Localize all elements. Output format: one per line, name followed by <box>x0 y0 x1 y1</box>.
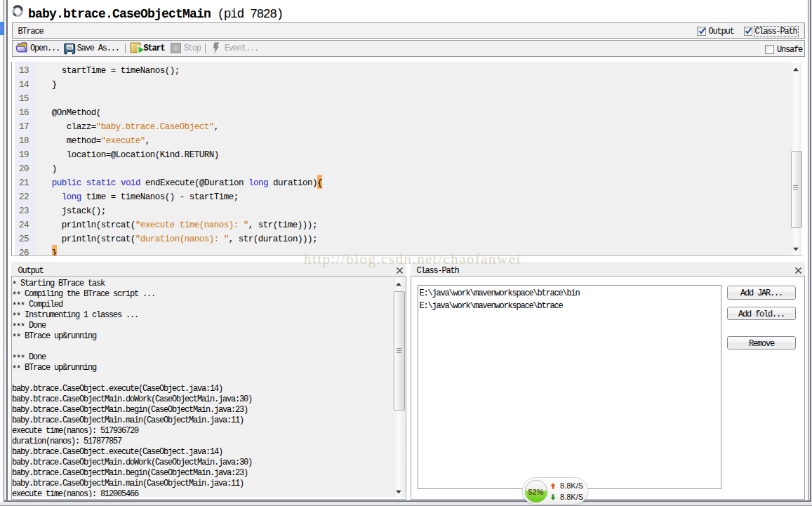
svg-text:52%: 52% <box>528 488 544 496</box>
